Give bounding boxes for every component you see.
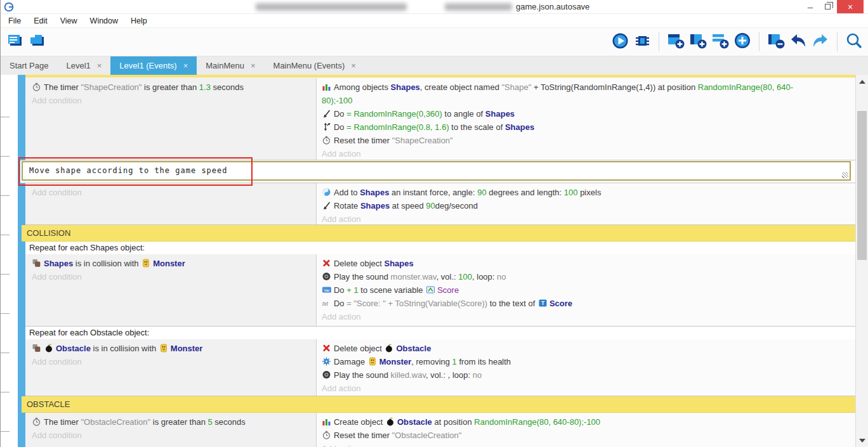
toolbar-separator [759, 32, 760, 51]
tab-level1-events[interactable]: Level1 (Events)× [110, 56, 197, 75]
action-line[interactable]: Play the sound killed.wav, vol.: , loop:… [322, 368, 830, 382]
add-condition-placeholder[interactable]: Add condition [32, 186, 312, 199]
text-segment: seconds [213, 417, 246, 427]
add-event-button[interactable] [667, 33, 685, 51]
redo-button[interactable] [812, 33, 829, 51]
text-segment: Shapes [44, 259, 73, 268]
actions-column: Delete object ObstacleDamage Monster, re… [317, 339, 855, 396]
action-line[interactable]: Delete object Shapes [322, 257, 830, 270]
repeat-header[interactable]: Repeat for each Shapes object: [25, 242, 855, 254]
action-line[interactable]: Add to Shapes an instant force, angle: 9… [322, 186, 830, 199]
repeat-header[interactable]: Repeat for each Obstacle object: [25, 327, 855, 339]
scroll-up-arrow[interactable] [856, 76, 868, 87]
play-icon [612, 32, 629, 52]
action-line[interactable]: Damage Monster, removing 1 from its heal… [322, 355, 830, 368]
tab-level1[interactable]: Level1× [57, 56, 110, 75]
text-segment: Do [334, 285, 346, 295]
tab-start-page[interactable]: Start Page [1, 56, 57, 75]
text-segment: Add to [334, 188, 360, 197]
text-segment: Do [334, 122, 346, 132]
text-segment: Play the sound [334, 370, 391, 380]
text-segment: Rotate [334, 201, 360, 211]
ruler-tick [1, 431, 10, 432]
action-line[interactable]: Create object Obstacle at position Rando… [322, 415, 830, 429]
play-button[interactable] [611, 33, 629, 51]
add-action-placeholder[interactable]: Add action [322, 442, 830, 447]
action-line[interactable]: Reset the timer "ObstacleCreation" [322, 429, 830, 442]
conditions-column: Add condition [25, 183, 317, 224]
menu-edit[interactable]: Edit [27, 14, 54, 28]
scene-editor-button[interactable] [28, 33, 46, 51]
condition-line[interactable]: Obstacle is in collision with Monster [32, 342, 312, 355]
tab-mainmenu[interactable]: MainMenu× [197, 56, 264, 75]
variable-icon: Var [322, 285, 331, 294]
obstacle-icon [44, 344, 54, 353]
action-line[interactable]: Reset the timer "ShapeCreation" [322, 134, 830, 147]
condition-line[interactable]: The timer "ShapeCreation" is greater tha… [32, 81, 312, 94]
remove-event-button[interactable] [767, 33, 785, 51]
group-obstacle[interactable]: OBSTACLE [22, 396, 855, 413]
text-segment: an instant force, angle: [389, 188, 477, 197]
add-comment-event-button[interactable] [711, 33, 729, 51]
close-button[interactable]: × [837, 0, 864, 13]
vertical-scrollbar[interactable] [855, 75, 868, 447]
scroll-down-arrow[interactable] [856, 435, 868, 446]
add-subevent-button[interactable] [689, 33, 707, 51]
add-condition-placeholder[interactable]: Add condition [32, 355, 312, 368]
project-manager-button[interactable] [6, 33, 23, 51]
text-segment: degrees and length: [487, 188, 564, 197]
text-segment: killed.wav [391, 370, 426, 380]
tab-mainmenu-events[interactable]: MainMenu (Events)× [265, 56, 365, 75]
actions-column: Add to Shapes an instant force, angle: 9… [317, 183, 855, 224]
scroll-thumb[interactable] [857, 111, 867, 260]
action-line[interactable]: Play the sound monster.wav, vol.: 100, l… [322, 270, 830, 283]
redo-icon [812, 32, 829, 52]
obstacle-icon [386, 417, 395, 426]
menu-view[interactable]: View [54, 14, 84, 28]
blurred-title-text [256, 3, 407, 11]
menu-help[interactable]: Help [124, 14, 154, 28]
text-segment: , removing [411, 357, 452, 366]
add-action-placeholder[interactable]: Add action [322, 310, 830, 323]
condition-line[interactable]: The timer "ObstacleCreation" is greater … [32, 415, 312, 429]
ruler-tick [1, 392, 10, 392]
action-line[interactable]: VarDo + 1 to scene variable Score [322, 283, 830, 297]
action-line[interactable]: Do = RandomInRange(0,360) to angle of Sh… [322, 107, 830, 120]
event-obstacle-creation: The timer "ObstacleCreation" is greater … [25, 413, 855, 447]
conditions-column: Obstacle is in collision with MonsterAdd… [25, 339, 317, 396]
text-segment: at speed [390, 201, 426, 211]
add-condition-placeholder[interactable]: Add condition [32, 270, 312, 283]
text-segment: Shapes [391, 82, 420, 92]
search-button[interactable] [845, 33, 863, 51]
undo-button[interactable] [789, 33, 807, 51]
delete-icon [322, 259, 331, 268]
action-line[interactable]: txtDo = "Score: " + ToString(Variable(Sc… [322, 297, 830, 310]
tab-close-icon[interactable]: × [183, 61, 188, 70]
action-line[interactable]: Do = RandomInRange(0.8, 1.6) to the scal… [322, 120, 830, 134]
tab-close-icon[interactable]: × [251, 61, 256, 70]
add-action-placeholder[interactable]: Add action [322, 212, 830, 225]
action-line[interactable]: Among objects Shapes, create object name… [322, 81, 830, 107]
add-action-placeholder[interactable]: Add action [322, 147, 830, 160]
group-collision[interactable]: COLLISION [22, 225, 855, 242]
add-condition-placeholder[interactable]: Add condition [32, 94, 312, 107]
add-action-placeholder[interactable]: Add action [322, 382, 830, 395]
title-bar: game.json.autosave – × [1, 0, 868, 14]
event-shapes-monster-collision: Repeat for each Shapes object:Shapes is … [25, 242, 855, 327]
minimize-button[interactable]: – [801, 0, 819, 13]
action-line[interactable]: Delete object Obstacle [322, 342, 830, 355]
text-segment: pixels [578, 188, 602, 197]
menu-file[interactable]: File [2, 14, 27, 28]
restore-button[interactable] [819, 0, 836, 13]
debug-button[interactable] [633, 33, 651, 51]
tab-close-icon[interactable]: × [351, 61, 356, 70]
action-line[interactable]: Rotate Shapes at speed 90deg/second [322, 199, 830, 212]
tab-close-icon[interactable]: × [97, 61, 102, 70]
add-circle-button[interactable] [733, 33, 751, 51]
search-icon [845, 32, 863, 52]
resize-handle-icon[interactable] [842, 172, 848, 178]
text-segment: to scene variable [358, 285, 426, 295]
add-condition-placeholder[interactable]: Add condition [32, 429, 312, 442]
condition-line[interactable]: Shapes is in collision with Monster [32, 257, 312, 270]
menu-window[interactable]: Window [84, 14, 124, 28]
